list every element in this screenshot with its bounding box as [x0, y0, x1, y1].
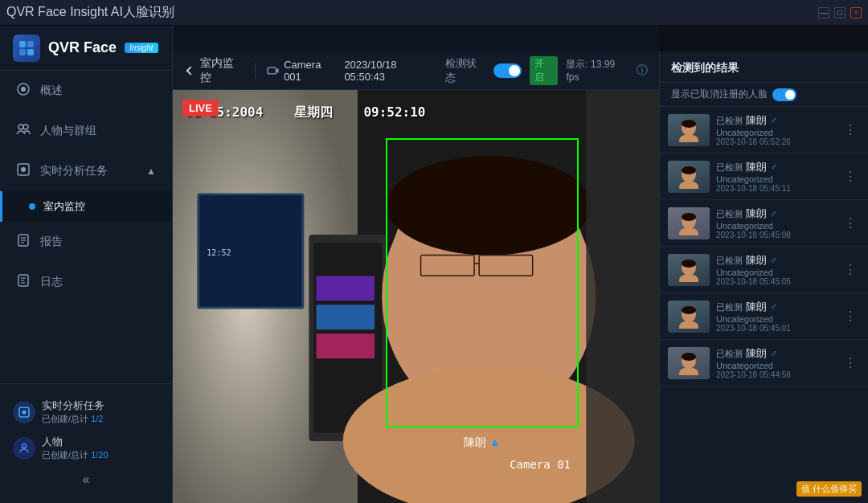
divider [255, 63, 256, 79]
footer-people-icon [13, 437, 35, 460]
footer-realtime-task: 实时分析任务 已创建/总计 1/2 [13, 394, 159, 430]
camera-feed: 12:52 [173, 90, 659, 503]
result-list: 已检测 陳朗 ♂ Uncategorized 2023-10-18 05:52:… [660, 107, 868, 503]
osd-time: 09:52:10 [363, 104, 425, 120]
camera-osd: 01-15:2004 星期四 09:52:10 [186, 104, 425, 121]
people-groups-icon [16, 122, 31, 140]
svg-text:12:52: 12:52 [207, 248, 231, 257]
sidebar-item-indoor-monitor[interactable]: 室内监控 [0, 191, 172, 222]
svg-point-58 [679, 367, 698, 375]
result-info: 已检测 陳朗 ♂ Uncategorized 2023-10-18 05:45:… [716, 160, 834, 193]
result-thumbnail [668, 347, 710, 379]
svg-rect-2 [19, 41, 26, 47]
svg-point-52 [679, 274, 698, 282]
result-item[interactable]: 已检测 陳朗 ♂ Uncategorized 2023-10-18 05:45:… [660, 200, 868, 247]
svg-rect-3 [27, 41, 34, 47]
footer-task-sub: 已创建/总计 1/2 [42, 413, 104, 425]
person-name: 陳朗 [746, 346, 767, 361]
nav-submenu: 室内监控 [0, 191, 172, 222]
log-icon [16, 273, 31, 291]
info-icon[interactable]: ⓘ [637, 63, 648, 78]
indoor-monitor-label: 室内监控 [43, 199, 85, 214]
people-groups-label: 人物与群组 [40, 124, 96, 138]
svg-point-43 [679, 134, 698, 142]
svg-point-21 [23, 410, 27, 414]
detected-prefix: 已检测 [716, 162, 743, 174]
result-category: Uncategorized [716, 268, 834, 277]
sidebar-item-log[interactable]: 日志 [0, 262, 172, 302]
result-more-button[interactable]: ⋮ [841, 309, 860, 324]
unregistered-toggle[interactable] [772, 88, 796, 101]
svg-point-53 [682, 260, 696, 268]
camera-label-bottom: Camera 01 [510, 458, 571, 471]
face-detection-box: 陳朗 ▲ [386, 138, 579, 427]
svg-point-47 [682, 166, 696, 174]
maximize-button[interactable]: □ [834, 7, 845, 18]
result-thumbnail [668, 254, 710, 286]
report-label: 报告 [40, 235, 63, 249]
log-label: 日志 [40, 275, 63, 289]
sidebar-item-people-groups[interactable]: 人物与群组 [0, 111, 172, 151]
gender-icon: ♂ [770, 348, 777, 359]
result-info: 已检测 陳朗 ♂ Uncategorized 2023-10-18 05:45:… [716, 300, 834, 333]
app-container: QVR Face Insight 概述 人物与群组 实时分析任务 ▲ [0, 26, 868, 503]
result-more-button[interactable]: ⋮ [841, 122, 860, 137]
footer-realtime-icon [13, 401, 35, 423]
result-time: 2023-10-18 05:45:05 [716, 277, 834, 286]
result-more-button[interactable]: ⋮ [841, 262, 860, 277]
osd-day: 星期四 [294, 104, 333, 120]
svg-rect-31 [316, 276, 375, 301]
result-item[interactable]: 已检测 陳朗 ♂ Uncategorized 2023-10-18 05:45:… [660, 247, 868, 293]
overview-icon [16, 82, 31, 100]
camera-toolbar: 室内监控 Camera 001 2023/10/18 05:50:43 检测状态… [173, 51, 659, 90]
person-name: 陳朗 [746, 160, 767, 174]
minimize-button[interactable]: — [818, 7, 829, 18]
sidebar-item-realtime[interactable]: 实时分析任务 ▲ [0, 151, 172, 191]
svg-rect-5 [27, 49, 34, 55]
result-time: 2023-10-18 05:45:11 [716, 184, 834, 193]
result-info: 已检测 陳朗 ♂ Uncategorized 2023-10-18 05:45:… [716, 253, 834, 286]
person-name: 陳朗 [746, 207, 767, 221]
result-time: 2023-10-18 05:44:58 [716, 370, 834, 379]
detected-prefix: 已检测 [716, 208, 743, 220]
svg-point-55 [679, 321, 698, 329]
svg-point-22 [23, 444, 27, 448]
person-name: 陳朗 [746, 113, 767, 128]
result-time: 2023-10-18 05:45:01 [716, 324, 834, 333]
gender-icon: ♂ [770, 255, 777, 266]
result-info: 已检测 陳朗 ♂ Uncategorized 2023-10-18 05:45:… [716, 207, 834, 239]
detected-prefix: 已检测 [716, 348, 743, 360]
result-thumbnail [668, 207, 710, 239]
fps-info: 显示: 13.99 fps [566, 58, 628, 83]
close-button[interactable]: × [850, 7, 862, 18]
app-name: QVR Face [48, 39, 117, 56]
show-unregistered-row: 显示已取消注册的人脸 [660, 83, 868, 107]
sidebar: QVR Face Insight 概述 人物与群组 实时分析任务 ▲ [0, 26, 173, 503]
result-more-button[interactable]: ⋮ [841, 215, 860, 231]
active-dot-icon [29, 203, 35, 210]
result-item[interactable]: 已检测 陳朗 ♂ Uncategorized 2023-10-18 05:45:… [660, 293, 868, 340]
footer-people: 人物 已创建/总计 1/20 [13, 430, 159, 466]
report-icon [16, 233, 31, 251]
svg-point-8 [18, 125, 23, 129]
detect-toggle[interactable] [493, 63, 522, 78]
person-name: 陳朗 [746, 300, 767, 314]
result-more-button[interactable]: ⋮ [841, 355, 860, 370]
result-thumbnail [668, 301, 710, 333]
camera-view: 12:52 [173, 90, 659, 503]
footer-people-sub: 已创建/总计 1/20 [42, 449, 108, 461]
sidebar-item-overview[interactable]: 概述 [0, 71, 172, 111]
insight-badge: Insight [125, 43, 158, 53]
result-more-button[interactable]: ⋮ [841, 169, 860, 184]
window-controls: — □ × [818, 7, 862, 18]
svg-rect-33 [316, 333, 375, 358]
face-label-icon: ▲ [489, 436, 501, 448]
result-item[interactable]: 已检测 陳朗 ♂ Uncategorized 2023-10-18 05:45:… [660, 153, 868, 200]
result-item[interactable]: 已检测 陳朗 ♂ Uncategorized 2023-10-18 05:52:… [660, 107, 868, 153]
collapse-sidebar-button[interactable]: « [13, 466, 159, 493]
results-header: 检测到的结果 [660, 51, 868, 83]
result-item[interactable]: 已检测 陳朗 ♂ Uncategorized 2023-10-18 05:44:… [660, 340, 868, 386]
result-info: 已检测 陳朗 ♂ Uncategorized 2023-10-18 05:52:… [716, 113, 834, 146]
sidebar-item-report[interactable]: 报告 [0, 222, 172, 262]
back-button[interactable]: 室内监控 [184, 56, 244, 85]
